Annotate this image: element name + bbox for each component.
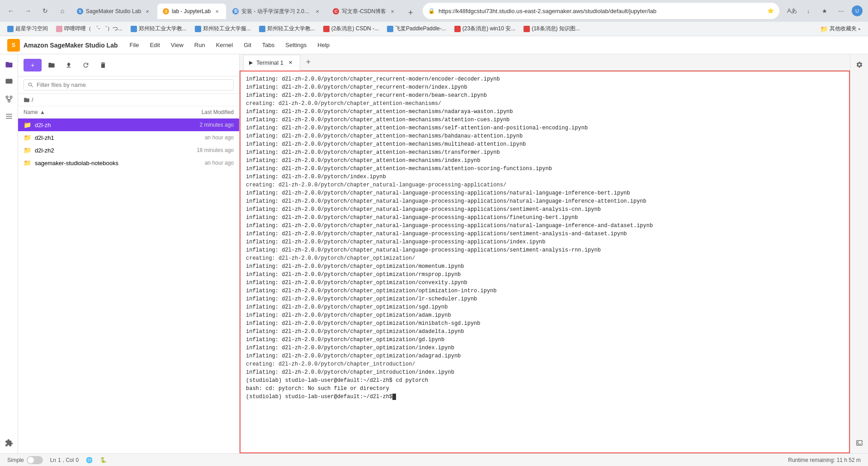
menu-run[interactable]: Run <box>190 40 210 50</box>
terminal-line: inflating: d2l-zh-2.0.0/pytorch/chapter_… <box>246 230 844 238</box>
add-tab-button[interactable]: + <box>302 56 315 69</box>
bookmark-zhengzhou1[interactable]: 郑州轻工业大学教... <box>127 23 190 34</box>
sidebar-running-icon[interactable] <box>2 75 16 89</box>
menu-edit[interactable]: Edit <box>145 40 164 50</box>
file-modified-d2l-zh2: 18 minutes ago <box>161 147 234 153</box>
terminal-line: inflating: d2l-zh-2.0.0/pytorch/chapter_… <box>246 116 844 124</box>
sidebar-commands-icon[interactable] <box>2 109 16 123</box>
file-modified-d2l-zh1: an hour ago <box>161 134 234 141</box>
terminal-line: inflating: d2l-zh-2.0.0/pytorch/chapter_… <box>246 197 844 205</box>
forward-button[interactable]: → <box>21 4 35 18</box>
bookmark-knowledge[interactable]: (18条消息) 知识图... <box>520 23 584 34</box>
terminal-line: inflating: d2l-zh-2.0.0/pytorch/index.ip… <box>246 173 844 181</box>
main-layout: + <box>0 54 868 453</box>
terminal-line: inflating: d2l-zh-2.0.0/pytorch/chapter_… <box>246 124 844 132</box>
folder-icon-path <box>24 97 30 103</box>
favorites-icon[interactable]: ★ <box>817 4 832 18</box>
file-path: / <box>18 94 239 106</box>
bookmark-label-zhengzhou3: 郑州轻工业大学教... <box>267 25 315 33</box>
file-item-d2l-zh1[interactable]: 📁 d2l-zh1 an hour ago <box>18 131 239 144</box>
tab-favicon-jupyter: J <box>163 8 169 14</box>
menu-git[interactable]: Git <box>239 40 256 50</box>
settings-icon[interactable]: ⋯ <box>834 4 848 18</box>
new-folder-button[interactable] <box>44 58 59 72</box>
tab-favicon-install: 安 <box>232 8 239 14</box>
menu-view[interactable]: View <box>166 40 188 50</box>
download-icon[interactable]: ↓ <box>801 4 816 18</box>
tab-close-csdn[interactable]: ✕ <box>389 8 396 15</box>
bookmark-other-folders[interactable]: 📁 其他收藏夹 ▸ <box>816 23 864 34</box>
new-button[interactable]: + <box>24 59 42 71</box>
name-column-header[interactable]: Name ▲ <box>24 109 161 115</box>
menu-help[interactable]: Help <box>313 40 334 50</box>
file-item-d2l-zh[interactable]: 📁 d2l-zh 2 minutes ago <box>18 119 239 131</box>
file-panel-toolbar: + <box>18 54 239 76</box>
browser-tab-sagemaker[interactable]: S SageMaker Studio Lab ✕ <box>71 4 156 19</box>
browser-tab-install[interactable]: 安 安装 - 动手学深度学习 2.0.0-be... ✕ <box>227 4 326 19</box>
bookmark-chaoxing[interactable]: 超星学习空间 <box>4 23 52 34</box>
bookmark-favicon-zhengzhou1 <box>131 26 137 32</box>
bookmark-paddle[interactable]: 飞桨PaddlePaddle-... <box>383 23 450 34</box>
sidebar-git-icon[interactable] <box>2 92 16 106</box>
bookmark-favicon-zhengzhou2 <box>195 26 201 32</box>
terminal-line: inflating: d2l-zh-2.0.0/pytorch/chapter_… <box>246 189 844 197</box>
terminal-line: inflating: d2l-zh-2.0.0/pytorch/chapter_… <box>246 303 844 311</box>
app-header: S Amazon SageMaker Studio Lab File Edit … <box>0 36 868 54</box>
menu-settings[interactable]: Settings <box>281 40 311 50</box>
status-bar: Simple Ln 1 , Col 0 🌐 🐍 Runtime remainin… <box>0 453 868 466</box>
reload-button[interactable]: ↻ <box>38 4 52 18</box>
upload-button[interactable] <box>61 58 76 72</box>
tab-close-install[interactable]: ✕ <box>314 8 321 15</box>
terminal-line: inflating: d2l-zh-2.0.0/pytorch/chapter_… <box>246 271 844 279</box>
terminal-body[interactable]: inflating: d2l-zh-2.0.0/pytorch/chapter_… <box>240 71 850 453</box>
terminal-line: inflating: d2l-zh-2.0.0/pytorch/chapter_… <box>246 328 844 336</box>
bookmark-win10[interactable]: (23条消息) win10 安... <box>451 23 519 34</box>
terminal-cursor <box>392 394 396 400</box>
right-sidebar-settings-icon[interactable] <box>853 58 866 71</box>
new-tab-button[interactable]: + <box>404 6 417 19</box>
menu-tabs[interactable]: Tabs <box>258 40 279 50</box>
search-input[interactable] <box>37 81 230 88</box>
sidebar-extension-icon[interactable] <box>2 436 16 450</box>
tab-close-jupyter[interactable]: ✕ <box>213 8 221 15</box>
bookmark-bilibili[interactable]: 哔哩哔哩（ ゜- ゜）つ... <box>52 23 126 34</box>
terminal-line: inflating: d2l-zh-2.0.0/pytorch/chapter_… <box>246 205 844 214</box>
file-item-sagemaker-notebooks[interactable]: 📁 sagemaker-studiolab-notebooks an hour … <box>18 157 239 169</box>
toggle-track[interactable] <box>27 456 43 464</box>
terminal-line: bash: cd: pytorch: No such file or direc… <box>246 385 844 393</box>
simple-mode-toggle[interactable]: Simple <box>7 456 43 464</box>
right-sidebar-terminal-icon[interactable] <box>853 436 866 450</box>
folder-icon-d2l-zh: 📁 <box>24 121 31 128</box>
menu-kernel[interactable]: Kernel <box>212 40 238 50</box>
terminal-close-button[interactable]: ✕ <box>287 59 294 66</box>
bookmark-label-zhengzhou1: 郑州轻工业大学教... <box>139 25 187 33</box>
file-list: 📁 d2l-zh 2 minutes ago 📁 d2l-zh1 an hour… <box>18 119 239 453</box>
bookmark-favicon-bilibili <box>56 26 62 32</box>
bookmark-csdn2[interactable]: (2条消息) CSDN -... <box>320 23 382 34</box>
browser-tabs: S SageMaker Studio Lab ✕ J lab - Jupyter… <box>71 3 417 19</box>
bookmark-zhengzhou2[interactable]: 郑州轻工业大学服... <box>191 23 255 34</box>
runtime-text: Runtime remaining: 11 h 52 m <box>788 457 861 463</box>
profile-icon[interactable]: U <box>850 4 864 18</box>
menu-file[interactable]: File <box>125 40 143 50</box>
browser-tab-jupyter[interactable]: J lab - JupyterLab ✕ <box>157 4 226 19</box>
browser-chrome: ← → ↻ ⌂ S SageMaker Studio Lab ✕ J lab -… <box>0 0 868 22</box>
home-button[interactable]: ⌂ <box>55 4 70 18</box>
browser-tab-csdn[interactable]: C 写文章-CSDN博客 ✕ <box>327 4 401 19</box>
bookmark-zhengzhou3[interactable]: 郑州轻工业大学教... <box>255 23 319 34</box>
delete-button[interactable] <box>96 58 110 72</box>
bookmark-label-knowledge: (18条消息) 知识图... <box>532 25 580 33</box>
terminal-line: creating: d2l-zh-2.0.0/pytorch/chapter_i… <box>246 360 844 368</box>
address-bar[interactable]: 🔒 https://k48fdgcstui73ht.studio.us-east… <box>423 3 779 19</box>
translate-icon[interactable]: Aあ <box>785 4 799 18</box>
sidebar-files-icon[interactable] <box>2 58 16 71</box>
file-item-d2l-zh2[interactable]: 📁 d2l-zh2 18 minutes ago <box>18 144 239 157</box>
refresh-button[interactable] <box>79 58 93 72</box>
main-content: ▶ Terminal 1 ✕ + inflating: d2l-zh-2.0.0… <box>240 54 850 453</box>
file-modified-sagemaker-notebooks: an hour ago <box>161 160 234 166</box>
bookmark-favicon-win10 <box>454 26 461 32</box>
tab-close-sagemaker[interactable]: ✕ <box>144 8 151 15</box>
back-button[interactable]: ← <box>4 4 18 18</box>
browser-toolbar: Aあ ↓ ★ ⋯ U <box>785 4 864 18</box>
terminal-tab[interactable]: ▶ Terminal 1 ✕ <box>243 55 300 71</box>
